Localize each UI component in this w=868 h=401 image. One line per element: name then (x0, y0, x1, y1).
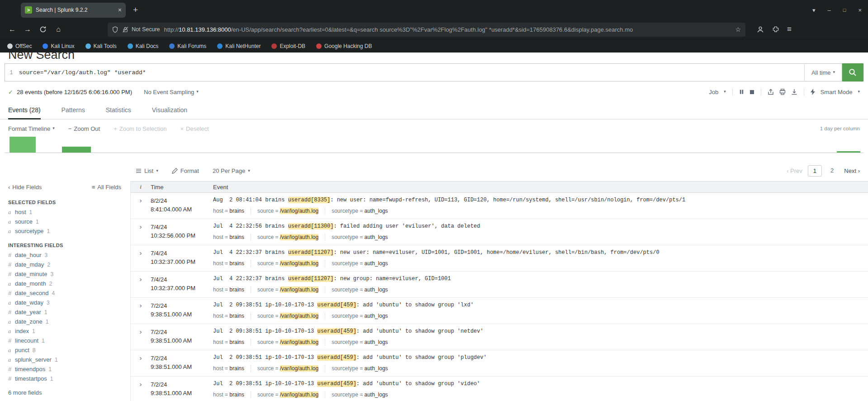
list-view-dropdown[interactable]: List ▾ (136, 167, 158, 174)
field-date_wday[interactable]: a date_wday 3 (0, 298, 130, 307)
expand-row-icon[interactable]: › (131, 354, 151, 361)
more-fields-link[interactable]: 6 more fields (8, 389, 122, 396)
share-job-icon[interactable] (768, 89, 774, 95)
event-field-host[interactable]: host = brains (213, 313, 251, 320)
format-button[interactable]: Format (172, 167, 199, 174)
event-field-host[interactable]: host = brains (213, 208, 251, 215)
event-field-sourcetype[interactable]: sourcetype = auth_logs (325, 260, 394, 267)
extensions-icon[interactable] (772, 26, 779, 33)
tab-patterns[interactable]: Patterns (62, 102, 85, 119)
browser-tab[interactable]: > Search | Splunk 9.2.2 × (21, 3, 126, 18)
event-field-host[interactable]: host = brains (213, 391, 251, 398)
field-timeendpos[interactable]: # timeendpos 1 (0, 364, 130, 374)
field-date_month[interactable]: a date_month 2 (0, 279, 130, 288)
event-field-source[interactable]: source = /var/log/auth.log (251, 365, 325, 372)
tab-events-28[interactable]: Events (28) (8, 102, 41, 119)
bookmark-kali-tools[interactable]: Kali Tools (85, 43, 117, 49)
event-field-host[interactable]: host = brains (213, 234, 251, 241)
event-field-sourcetype[interactable]: sourcetype = auth_logs (325, 365, 394, 372)
expand-row-icon[interactable]: › (131, 328, 151, 335)
tab-visualization[interactable]: Visualization (152, 102, 187, 119)
bookmark-kali-forums[interactable]: Kali Forums (169, 43, 206, 49)
zoom-out-button[interactable]: − Zoom Out (68, 125, 100, 132)
window-minimize-button[interactable]: – (828, 7, 831, 14)
timeline-bar[interactable] (9, 137, 36, 153)
per-page-dropdown[interactable]: 20 Per Page ▾ (213, 167, 250, 174)
window-close-button[interactable]: × (858, 7, 862, 14)
bookmark-kali-nethunter[interactable]: Kali NetHunter (217, 43, 261, 49)
field-date_year[interactable]: # date_year 1 (0, 307, 130, 317)
search-button[interactable] (842, 63, 863, 81)
event-field-sourcetype[interactable]: sourcetype = auth_logs (325, 286, 394, 293)
hide-fields-button[interactable]: ‹ Hide Fields (8, 184, 42, 191)
field-date_minute[interactable]: # date_minute 3 (0, 269, 130, 279)
back-icon[interactable]: ← (5, 25, 20, 33)
timeline-bar[interactable] (62, 147, 91, 153)
event-field-source[interactable]: source = /var/log/auth.log (251, 208, 325, 215)
page-button-1[interactable]: 1 (808, 165, 822, 177)
field-date_mday[interactable]: # date_mday 2 (0, 260, 130, 269)
reload-icon[interactable] (35, 26, 51, 33)
expand-row-icon[interactable]: › (131, 197, 151, 204)
field-host[interactable]: a host 1 (0, 207, 130, 217)
next-page-button[interactable]: Next › (844, 167, 860, 174)
all-fields-button[interactable]: ≡ All Fields (92, 184, 121, 191)
event-field-host[interactable]: host = brains (213, 260, 251, 267)
event-field-source[interactable]: source = /var/log/auth.log (251, 339, 325, 346)
home-icon[interactable]: ⌂ (51, 25, 66, 33)
event-field-source[interactable]: source = /var/log/auth.log (251, 313, 325, 320)
event-field-sourcetype[interactable]: sourcetype = auth_logs (325, 339, 394, 346)
timeline-bar[interactable] (837, 151, 860, 153)
list-all-tabs-icon[interactable]: ▾ (812, 7, 816, 14)
event-field-sourcetype[interactable]: sourcetype = auth_logs (325, 313, 394, 320)
bookmark-offsec[interactable]: OffSec (7, 43, 32, 49)
expand-row-icon[interactable]: › (131, 381, 151, 387)
print-icon[interactable] (779, 89, 786, 95)
field-date_zone[interactable]: a date_zone 1 (0, 317, 130, 326)
field-timestartpos[interactable]: # timestartpos 1 (0, 374, 130, 383)
job-menu[interactable]: Job ▾ (709, 89, 726, 95)
bookmark-kali-linux[interactable]: Kali Linux (43, 43, 74, 49)
event-field-host[interactable]: host = brains (213, 339, 251, 346)
bookmark-star-icon[interactable]: ☆ (735, 26, 741, 33)
menu-icon[interactable]: ≡ (787, 25, 792, 34)
tab-statistics[interactable]: Statistics (106, 102, 131, 119)
field-date_second[interactable]: # date_second 4 (0, 288, 130, 298)
format-timeline-dropdown[interactable]: Format Timeline ▾ (8, 125, 55, 132)
event-field-source[interactable]: source = /var/log/auth.log (251, 286, 325, 293)
event-field-source[interactable]: source = /var/log/auth.log (251, 391, 325, 398)
field-splunk_server[interactable]: a splunk_server 1 (0, 355, 130, 364)
bookmark-kali-docs[interactable]: Kali Docs (128, 43, 159, 49)
shield-icon[interactable] (112, 26, 118, 33)
search-query[interactable]: source="/var/log/auth.log" *useradd* (19, 69, 146, 76)
expand-row-icon[interactable]: › (131, 276, 151, 282)
event-field-sourcetype[interactable]: sourcetype = auth_logs (325, 208, 394, 215)
page-button-2[interactable]: 2 (825, 165, 839, 177)
event-field-host[interactable]: host = brains (213, 365, 251, 372)
timeline-histogram[interactable] (5, 134, 863, 153)
not-secure-badge[interactable]: Not Secure (122, 26, 160, 33)
url-bar[interactable]: Not Secure http://10.81.139.136:8000/en-… (108, 23, 745, 37)
pause-job-button[interactable] (739, 89, 744, 95)
event-field-source[interactable]: source = /var/log/auth.log (251, 234, 325, 241)
field-sourcetype[interactable]: a sourcetype 1 (0, 226, 130, 236)
field-date_hour[interactable]: # date_hour 3 (0, 250, 130, 260)
export-icon[interactable] (791, 89, 797, 95)
forward-icon[interactable]: → (20, 25, 35, 33)
time-range-picker[interactable]: All time ▾ (804, 63, 842, 81)
field-linecount[interactable]: # linecount 1 (0, 336, 130, 345)
bookmark-google-hacking-db[interactable]: Google Hacking DB (316, 43, 372, 49)
new-tab-button[interactable]: + (133, 5, 138, 15)
account-icon[interactable] (756, 25, 764, 33)
bookmark-exploit-db[interactable]: Exploit-DB (271, 43, 305, 49)
expand-row-icon[interactable]: › (131, 223, 151, 230)
event-field-host[interactable]: host = brains (213, 286, 251, 293)
tab-close-icon[interactable]: × (118, 6, 122, 14)
event-field-sourcetype[interactable]: sourcetype = auth_logs (325, 391, 394, 398)
event-field-sourcetype[interactable]: sourcetype = auth_logs (325, 234, 394, 241)
search-mode-selector[interactable]: Smart Mode ▾ (811, 89, 860, 95)
expand-row-icon[interactable]: › (131, 302, 151, 309)
search-input[interactable]: 1 source="/var/log/auth.log" *useradd* (5, 63, 805, 81)
event-field-source[interactable]: source = /var/log/auth.log (251, 260, 325, 267)
stop-job-button[interactable] (749, 90, 754, 95)
